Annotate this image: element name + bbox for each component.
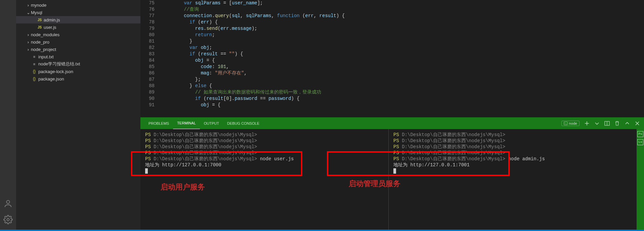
line-number: 90	[140, 96, 155, 102]
tree-item-label: input.txt	[38, 54, 54, 59]
side-tab-ls[interactable]: Ls	[637, 139, 643, 145]
line-number: 81	[140, 38, 155, 45]
code-line[interactable]: // 如果查询出来的数据密码和传过来的密码一致，登录成功	[161, 89, 644, 96]
kill-terminal-icon[interactable]	[614, 121, 620, 126]
chevron-icon: ⌄	[26, 10, 31, 15]
chevron-icon: ›	[26, 40, 31, 45]
main-area: 7576777879808182838485868788899091 var s…	[140, 0, 644, 231]
panel-actions: node	[561, 121, 640, 126]
code-editor[interactable]: 7576777879808182838485868788899091 var s…	[140, 0, 644, 117]
bottom-panel: PROBLEMS TERMINAL OUTPUT DEBUG CONSOLE n…	[140, 117, 644, 231]
terminals-container: PS D:\Desktop\自己琢磨的东西\nodejs\Mysql>PS D:…	[140, 129, 637, 231]
code-line[interactable]: if (result[0].password == password) {	[161, 96, 644, 102]
tree-item-node_pro[interactable]: ›node_pro	[16, 38, 140, 46]
line-number: 78	[140, 19, 155, 25]
new-terminal-icon[interactable]	[584, 121, 590, 126]
code-line[interactable]: var obj;	[161, 45, 644, 51]
line-number: 84	[140, 57, 155, 64]
explorer-sidebar: ›mynode⌄MysqlJSadmin.jsJSuser.js›node_mo…	[16, 0, 140, 231]
code-line[interactable]: mag: "用户不存在",	[161, 70, 644, 76]
svg-point-1	[7, 219, 9, 221]
code-line[interactable]: obj = {	[161, 57, 644, 64]
terminal-right[interactable]: PS D:\Desktop\自己琢磨的东西\nodejs\Mysql>PS D:…	[388, 129, 637, 231]
code-content[interactable]: var sqlParams = [user_name]; //查询 connec…	[161, 0, 644, 117]
tree-item-label: admin.js	[44, 17, 60, 22]
line-number: 82	[140, 45, 155, 51]
code-line[interactable]: res.send(err.message);	[161, 25, 644, 32]
tab-terminal[interactable]: TERMINAL	[173, 117, 200, 129]
line-number: 83	[140, 51, 155, 57]
line-gutter: 7576777879808182838485868788899091	[140, 0, 161, 117]
line-number: 85	[140, 64, 155, 70]
code-line[interactable]: obj = {	[161, 102, 644, 108]
chevron-down-icon[interactable]	[594, 121, 600, 126]
code-line[interactable]: return;	[161, 32, 644, 38]
line-number: 87	[140, 76, 155, 83]
tree-item-mynode[interactable]: ›mynode	[16, 1, 140, 9]
line-number: 76	[140, 6, 155, 13]
tree-item-label: node学习报错总结.txt	[38, 61, 80, 67]
svg-point-0	[6, 200, 9, 204]
tree-item-user-js[interactable]: JSuser.js	[16, 23, 140, 31]
code-line[interactable]: //查询	[161, 6, 644, 13]
code-line[interactable]: }	[161, 38, 644, 45]
settings-gear-icon[interactable]	[3, 215, 13, 224]
split-terminal-icon[interactable]	[604, 121, 610, 126]
terminal-selector[interactable]: node	[561, 121, 579, 126]
svg-rect-2	[564, 122, 567, 125]
tree-item-label: user.js	[44, 25, 56, 30]
tree-item-label: node_modules	[31, 32, 59, 37]
chevron-icon: ›	[26, 3, 31, 8]
tree-item-label: node_pro	[31, 40, 49, 45]
tree-item-label: package-lock.json	[38, 69, 73, 74]
js-file-icon: JS	[36, 18, 43, 22]
terminal-icon	[564, 121, 568, 125]
line-number: 88	[140, 83, 155, 89]
status-bar	[0, 230, 644, 231]
panel-side-tabs: Ps Ls	[637, 129, 644, 231]
code-line[interactable]: if (result == "") {	[161, 51, 644, 57]
line-number: 86	[140, 70, 155, 76]
side-tab-ps[interactable]: Ps	[637, 131, 643, 137]
tree-item-admin-js[interactable]: JSadmin.js	[16, 16, 140, 23]
js-file-icon: JS	[36, 25, 43, 29]
tree-item-input-txt[interactable]: ≡input.txt	[16, 53, 140, 60]
line-number: 79	[140, 25, 155, 32]
line-number: 91	[140, 102, 155, 108]
tree-item-package-lock-json[interactable]: {}package-lock.json	[16, 68, 140, 75]
code-line[interactable]: if (err) {	[161, 19, 644, 25]
maximize-panel-icon[interactable]	[625, 121, 630, 126]
tree-item-Mysql[interactable]: ⌄Mysql	[16, 9, 140, 16]
code-line[interactable]: var sqlParams = [user_name];	[161, 0, 644, 6]
account-icon[interactable]	[3, 199, 13, 208]
terminal-selector-label: node	[569, 121, 577, 125]
text-file-icon: ≡	[31, 62, 38, 66]
json-file-icon: {}	[31, 69, 38, 74]
activity-bar	[0, 0, 16, 231]
terminal-left[interactable]: PS D:\Desktop\自己琢磨的东西\nodejs\Mysql>PS D:…	[140, 129, 388, 231]
json-file-icon: {}	[31, 76, 38, 81]
code-line[interactable]: connection.query(sql, sqlParams, functio…	[161, 13, 644, 19]
tree-item-node-------txt[interactable]: ≡node学习报错总结.txt	[16, 60, 140, 68]
tab-debug-console[interactable]: DEBUG CONSOLE	[223, 117, 263, 129]
tab-output[interactable]: OUTPUT	[200, 117, 223, 129]
tree-item-label: package.json	[38, 76, 64, 81]
tree-item-package-json[interactable]: {}package.json	[16, 75, 140, 82]
code-line[interactable]: code: 101,	[161, 64, 644, 70]
panel-tabs: PROBLEMS TERMINAL OUTPUT DEBUG CONSOLE n…	[140, 117, 644, 129]
close-panel-icon[interactable]	[635, 121, 640, 126]
chevron-icon: ›	[26, 32, 31, 37]
text-file-icon: ≡	[31, 55, 38, 59]
code-line[interactable]: } else {	[161, 83, 644, 89]
tree-item-node_modules[interactable]: ›node_modules	[16, 31, 140, 38]
tab-problems[interactable]: PROBLEMS	[144, 117, 173, 129]
line-number: 80	[140, 32, 155, 38]
code-line[interactable]: };	[161, 76, 644, 83]
tree-item-label: mynode	[31, 3, 46, 8]
tree-item-label: node_project	[31, 47, 56, 52]
tree-item-node_project[interactable]: ›node_project	[16, 46, 140, 53]
tree-item-label: Mysql	[31, 10, 42, 15]
chevron-icon: ›	[26, 47, 31, 52]
line-number: 77	[140, 13, 155, 19]
line-number: 89	[140, 89, 155, 96]
